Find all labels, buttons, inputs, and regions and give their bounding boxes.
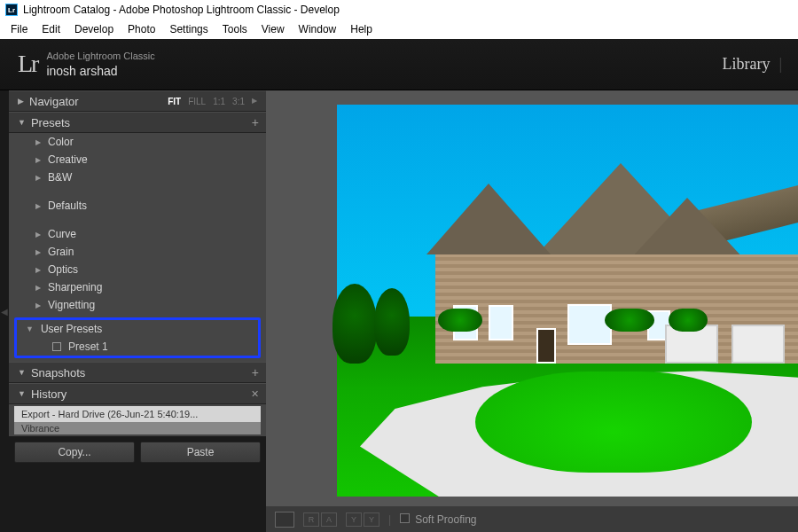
preset-group-curve[interactable]: ▶Curve: [9, 225, 266, 243]
module-separator: |: [778, 55, 782, 73]
app-icon: Lr: [5, 4, 18, 16]
zoom-1to1[interactable]: 1:1: [213, 97, 225, 106]
main-area: RA YY | Soft Proofing: [266, 90, 798, 532]
app-body: Lr Adobe Lightroom Classic inosh arshad …: [0, 39, 798, 532]
preset-group-label: Creative: [48, 153, 88, 166]
history-item[interactable]: Export - Hard Drive (26-Jun-21 5:40:19..…: [14, 406, 261, 422]
before-after-yy[interactable]: YY: [346, 512, 379, 527]
presets-header[interactable]: ▼ Presets +: [9, 112, 266, 133]
develop-toolbar: RA YY | Soft Proofing: [266, 505, 798, 532]
chevron-right-icon: ▶: [35, 231, 41, 239]
menu-view[interactable]: View: [254, 21, 292, 37]
clear-history-icon[interactable]: ✕: [251, 388, 259, 400]
preset-group-label: B&W: [48, 171, 72, 184]
preset-thumbnail-icon: [52, 342, 61, 351]
chevron-right-icon: ▶: [35, 156, 41, 164]
presets-title: Presets: [31, 116, 70, 129]
history-item[interactable]: Vibrance: [14, 422, 261, 434]
chevron-right-icon: ▶: [35, 301, 41, 309]
checkbox-icon: [400, 513, 410, 523]
loupe-view-icon[interactable]: [275, 512, 294, 528]
logo-text: Lr: [18, 50, 37, 78]
chevron-right-icon: ▶: [35, 174, 41, 182]
snapshots-header[interactable]: ▼ Snapshots +: [9, 362, 266, 383]
chevron-right-icon: ▶: [35, 138, 41, 146]
window-title: Lightroom Catalog - Adobe Photoshop Ligh…: [23, 4, 340, 16]
snapshots-title: Snapshots: [31, 366, 85, 379]
preset-group-label: Defaults: [48, 200, 87, 212]
window-titlebar: Lr Lightroom Catalog - Adobe Photoshop L…: [0, 0, 798, 20]
preset-group-label: User Presets: [41, 323, 102, 335]
preset-group-optics[interactable]: ▶Optics: [9, 261, 266, 278]
menu-edit[interactable]: Edit: [35, 21, 67, 37]
history-title: History: [31, 387, 66, 401]
collapse-icon: ▼: [18, 118, 26, 127]
copy-button[interactable]: Copy...: [14, 442, 135, 463]
preset-group-bw[interactable]: ▶B&W: [9, 168, 266, 186]
expand-icon: ▶: [18, 97, 24, 106]
menu-settings[interactable]: Settings: [162, 21, 215, 37]
paste-button[interactable]: Paste: [140, 442, 261, 463]
preset-group-label: Grain: [48, 246, 74, 258]
preset-item-preset1[interactable]: Preset 1: [17, 338, 258, 356]
chevron-right-icon: ▶: [35, 284, 41, 292]
collapse-icon: ▼: [18, 389, 26, 398]
soft-proofing-toggle[interactable]: Soft Proofing: [400, 513, 476, 526]
preset-group-label: Color: [48, 136, 74, 148]
history-body: Export - Hard Drive (26-Jun-21 5:40:19..…: [9, 404, 266, 436]
preset-group-label: Sharpening: [48, 281, 102, 293]
left-edge-collapse[interactable]: ◀: [0, 90, 9, 532]
soft-proofing-label: Soft Proofing: [415, 513, 476, 526]
photo-preview: [337, 105, 798, 497]
add-preset-icon[interactable]: +: [252, 115, 259, 129]
copy-paste-row: Copy... Paste: [9, 436, 266, 468]
left-panel: ▶ Navigator FIT FILL 1:1 3:1 ▶ ▼ Presets…: [9, 90, 266, 532]
preset-group-label: Vignetting: [48, 299, 95, 311]
zoom-more-icon[interactable]: ▶: [252, 97, 257, 106]
menu-bar: File Edit Develop Photo Settings Tools V…: [0, 20, 798, 39]
chevron-right-icon: ▶: [35, 266, 41, 274]
before-after-ra[interactable]: RA: [303, 512, 337, 527]
preset-group-creative[interactable]: ▶Creative: [9, 151, 266, 168]
chevron-right-icon: ▶: [35, 248, 41, 256]
preset-group-sharpening[interactable]: ▶Sharpening: [9, 278, 266, 296]
menu-file[interactable]: File: [4, 21, 35, 37]
identity-plate: Lr Adobe Lightroom Classic inosh arshad …: [0, 39, 798, 90]
zoom-fit[interactable]: FIT: [168, 97, 181, 106]
preset-item-label: Preset 1: [68, 340, 108, 353]
preset-group-label: Optics: [48, 263, 78, 276]
zoom-fill[interactable]: FILL: [188, 97, 206, 106]
navigator-title: Navigator: [29, 95, 79, 108]
highlighted-user-presets: ▼User Presets Preset 1: [14, 317, 261, 358]
module-library[interactable]: Library: [722, 55, 770, 73]
menu-help[interactable]: Help: [343, 21, 379, 37]
menu-window[interactable]: Window: [292, 21, 344, 37]
zoom-3to1[interactable]: 3:1: [232, 97, 245, 106]
preset-group-grain[interactable]: ▶Grain: [9, 243, 266, 261]
preset-group-user[interactable]: ▼User Presets: [17, 320, 258, 338]
preset-group-color[interactable]: ▶Color: [9, 133, 266, 151]
image-canvas[interactable]: [266, 90, 798, 505]
preset-group-defaults[interactable]: ▶Defaults: [9, 197, 266, 215]
presets-body: ▶Color ▶Creative ▶B&W ▶Defaults ▶Curve ▶…: [9, 133, 266, 362]
navigator-header[interactable]: ▶ Navigator FIT FILL 1:1 3:1 ▶: [9, 90, 266, 112]
preset-group-vignetting[interactable]: ▶Vignetting: [9, 296, 266, 314]
chevron-right-icon: ▶: [35, 202, 41, 210]
history-header[interactable]: ▼ History ✕: [9, 383, 266, 404]
module-picker: Library|: [722, 55, 782, 74]
user-name: inosh arshad: [46, 63, 154, 79]
menu-tools[interactable]: Tools: [215, 21, 254, 37]
preset-group-label: Curve: [48, 228, 76, 240]
chevron-down-icon: ▼: [26, 325, 34, 333]
add-snapshot-icon[interactable]: +: [252, 365, 259, 379]
navigator-zoom-options: FIT FILL 1:1 3:1 ▶: [168, 97, 257, 106]
menu-develop[interactable]: Develop: [67, 21, 121, 37]
menu-photo[interactable]: Photo: [121, 21, 162, 37]
product-name: Adobe Lightroom Classic: [46, 50, 154, 62]
collapse-icon: ▼: [18, 368, 26, 377]
